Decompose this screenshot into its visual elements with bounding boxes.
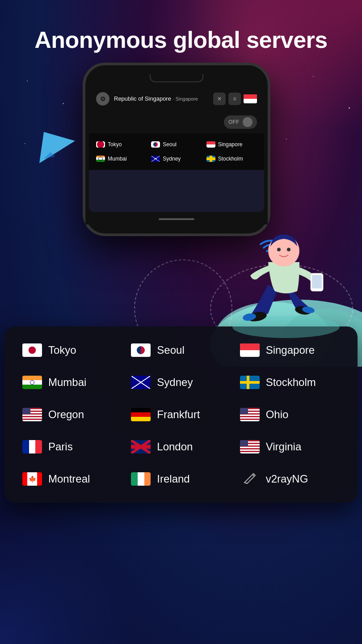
server-label-singapore: Singapore (266, 344, 315, 356)
server-label-ohio: Ohio (266, 408, 289, 421)
page-title: Anonymous global servers (17, 0, 345, 63)
flag-usa-oregon (22, 408, 42, 421)
server-label-sydney: Sydney (157, 376, 193, 389)
phone-close-btn[interactable]: ✕ (213, 93, 226, 105)
list-item[interactable]: Ireland (126, 464, 235, 494)
phone-toggle[interactable]: OFF (224, 115, 257, 129)
flag-sweden (240, 376, 260, 389)
server-label-tokyo: Tokyo (48, 344, 76, 356)
person-illustration (223, 195, 349, 340)
server-label-v2rayng: v2rayNG (266, 473, 308, 485)
flag-canada: 🍁 (22, 472, 42, 486)
phone-notch (150, 74, 203, 82)
edit-icon (240, 472, 260, 486)
svg-point-14 (277, 248, 281, 251)
phone-menu-btn[interactable]: ≡ (228, 93, 241, 105)
list-item[interactable]: Mumbai (18, 368, 126, 397)
svg-point-15 (287, 248, 290, 251)
server-label-stockholm: Stockholm (266, 376, 316, 389)
list-item[interactable]: 🍁 Montreal (18, 464, 126, 494)
list-item[interactable]: London (126, 432, 235, 462)
list-item[interactable]: Oregon (18, 400, 126, 429)
flag-germany (131, 408, 151, 421)
list-item[interactable]: v2rayNG (236, 464, 344, 494)
server-label-oregon: Oregon (48, 408, 84, 421)
list-item[interactable]: Sydney (126, 368, 235, 397)
server-label-frankfurt: Frankfurt (157, 408, 200, 421)
list-item[interactable]: Paris (18, 432, 126, 462)
list-item[interactable]: Tokyo (18, 335, 126, 365)
server-label-mumbai: Mumbai (48, 376, 86, 389)
toggle-label: OFF (228, 119, 239, 125)
flag-singapore (240, 343, 260, 357)
server-label-montreal: Montreal (48, 473, 90, 485)
phone-flag (244, 94, 257, 103)
server-list-card: Tokyo Seoul Singapore (4, 326, 358, 503)
server-label-virginia: Virginia (266, 441, 302, 453)
flag-japan (22, 343, 42, 357)
flag-india (22, 376, 42, 389)
server-label-paris: Paris (48, 441, 73, 453)
phone-server-grid: Tokyo Seoul Singapore Mumbai Sydney Stoc… (89, 133, 264, 170)
server-grid: Tokyo Seoul Singapore (18, 335, 344, 494)
svg-rect-12 (312, 275, 322, 288)
server-label-ireland: Ireland (157, 473, 189, 485)
flag-usa-ohio (240, 408, 260, 421)
phone-area: ⚙ Republic of Singapore · Singapore ✕ ≡ (0, 63, 362, 367)
flag-korea (131, 343, 151, 357)
flag-ireland (131, 472, 151, 486)
server-label-seoul: Seoul (157, 344, 184, 356)
list-item[interactable]: Ohio (236, 400, 344, 429)
list-item[interactable]: Virginia (236, 432, 344, 462)
flag-uk (131, 440, 151, 453)
phone-screen: ⚙ Republic of Singapore · Singapore ✕ ≡ (89, 87, 264, 212)
flag-france (22, 440, 42, 453)
flag-usa-virginia (240, 440, 260, 453)
flag-australia (131, 376, 151, 389)
list-item[interactable]: Stockholm (236, 368, 344, 397)
list-item[interactable]: Frankfurt (126, 400, 235, 429)
server-label-london: London (157, 441, 193, 453)
phone-location: Republic of Singapore · Singapore (114, 95, 209, 102)
paper-plane-icon (39, 132, 75, 165)
phone-gear-icon: ⚙ (96, 92, 109, 106)
list-item[interactable]: Seoul (126, 335, 235, 365)
